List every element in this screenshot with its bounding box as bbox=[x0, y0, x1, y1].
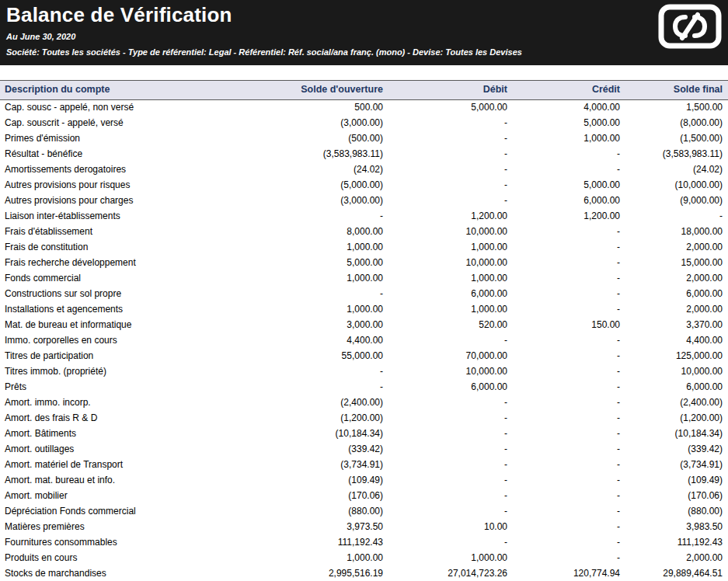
cell-opening-balance: 3,000.00 bbox=[280, 318, 388, 333]
cell-description: Amort. outillages bbox=[0, 442, 280, 457]
cell-final-balance: (3,734.91) bbox=[625, 457, 728, 473]
cell-final-balance: 111,192.43 bbox=[625, 535, 728, 551]
cell-final-balance: (109.49) bbox=[625, 473, 728, 489]
cell-opening-balance: (24.02) bbox=[280, 162, 388, 178]
cell-opening-balance: 1,000.00 bbox=[280, 240, 388, 256]
cell-debit: 70,000.00 bbox=[388, 349, 513, 364]
cell-description: Fournitures consommables bbox=[0, 535, 280, 551]
cell-credit: 6,000.00 bbox=[513, 193, 625, 209]
cell-opening-balance: (3,734.91) bbox=[280, 457, 388, 473]
cell-credit: - bbox=[513, 271, 625, 287]
cell-description: Mat. de bureau et informatique bbox=[0, 318, 280, 333]
cell-description: Cap. sousc - appelé, non versé bbox=[0, 100, 280, 117]
table-row: Amort. des frais R & D(1,200.00)--(1,200… bbox=[0, 411, 728, 426]
table-row: Fournitures consommables111,192.43--111,… bbox=[0, 535, 728, 551]
table-row: Primes d'émission(500.00)-1,000.00(1,500… bbox=[0, 131, 728, 147]
cell-opening-balance: 1,000.00 bbox=[280, 271, 388, 287]
cell-description: Prêts bbox=[0, 380, 280, 395]
cell-final-balance: 6,000.00 bbox=[625, 287, 728, 302]
cell-debit: - bbox=[388, 178, 513, 193]
cell-final-balance: (1,200.00) bbox=[625, 411, 728, 426]
cell-description: Frais de constitution bbox=[0, 240, 280, 256]
cell-opening-balance: 5,000.00 bbox=[280, 256, 388, 271]
cell-debit: 1,000.00 bbox=[388, 302, 513, 318]
cell-opening-balance: (10,184.34) bbox=[280, 426, 388, 442]
cell-debit: - bbox=[388, 116, 513, 131]
cell-debit: 10.00 bbox=[388, 520, 513, 535]
cell-credit: - bbox=[513, 551, 625, 566]
cell-debit: - bbox=[388, 426, 513, 442]
cell-credit: - bbox=[513, 457, 625, 473]
cell-final-balance: - bbox=[625, 209, 728, 224]
column-header-description: Description du compte bbox=[0, 81, 280, 100]
table-row: Titres immob. (propriété)-10,000.00-10,0… bbox=[0, 364, 728, 380]
cell-description: Produits en cours bbox=[0, 551, 280, 566]
cell-description: Immo. corporelles en cours bbox=[0, 333, 280, 349]
cell-opening-balance: (500.00) bbox=[280, 131, 388, 147]
cell-opening-balance: 500.00 bbox=[280, 100, 388, 117]
column-header-debit: Débit bbox=[388, 81, 513, 100]
table-row: Amort. outillages(339.42)--(339.42) bbox=[0, 442, 728, 457]
cell-debit: 1,200.00 bbox=[388, 209, 513, 224]
cell-credit: - bbox=[513, 364, 625, 380]
cell-description: Primes d'émission bbox=[0, 131, 280, 147]
cell-credit: - bbox=[513, 256, 625, 271]
cell-opening-balance: (3,000.00) bbox=[280, 116, 388, 131]
cell-credit: 5,000.00 bbox=[513, 116, 625, 131]
cell-debit: 10,000.00 bbox=[388, 364, 513, 380]
cell-final-balance: (10,184.34) bbox=[625, 426, 728, 442]
cell-description: Frais d'établissement bbox=[0, 224, 280, 240]
cell-description: Amort. mobilier bbox=[0, 489, 280, 504]
cell-opening-balance: (5,000.00) bbox=[280, 178, 388, 193]
cell-final-balance: 2,000.00 bbox=[625, 240, 728, 256]
cell-opening-balance: 4,400.00 bbox=[280, 333, 388, 349]
trial-balance-table: Description du compteSolde d'ouvertureDé… bbox=[0, 80, 728, 581]
cell-opening-balance: 111,192.43 bbox=[280, 535, 388, 551]
report-body: Description du compteSolde d'ouvertureDé… bbox=[0, 80, 728, 581]
cell-debit: - bbox=[388, 489, 513, 504]
cell-final-balance: (8,000.00) bbox=[625, 116, 728, 131]
cell-credit: - bbox=[513, 473, 625, 489]
cell-debit: - bbox=[388, 162, 513, 178]
cell-description: Titres immob. (propriété) bbox=[0, 364, 280, 380]
cell-final-balance: (3,583,983.11) bbox=[625, 147, 728, 162]
cell-credit: 120,774.94 bbox=[513, 566, 625, 581]
report-filter-summary: Société: Toutes les sociétés - Type de r… bbox=[6, 47, 719, 57]
cell-debit: 520.00 bbox=[388, 318, 513, 333]
page-title: Balance de Vérification bbox=[6, 4, 719, 27]
cell-debit: 1,000.00 bbox=[388, 240, 513, 256]
table-row: Amort. Bâtiments(10,184.34)--(10,184.34) bbox=[0, 426, 728, 442]
cell-opening-balance: (1,200.00) bbox=[280, 411, 388, 426]
cell-credit: - bbox=[513, 349, 625, 364]
cell-final-balance: 3,370.00 bbox=[625, 318, 728, 333]
cell-description: Amort. Bâtiments bbox=[0, 426, 280, 442]
cell-opening-balance: 55,000.00 bbox=[280, 349, 388, 364]
cell-debit: 10,000.00 bbox=[388, 224, 513, 240]
table-row: Titres de participation55,000.0070,000.0… bbox=[0, 349, 728, 364]
cell-description: Fonds commercial bbox=[0, 271, 280, 287]
cell-final-balance: 2,000.00 bbox=[625, 302, 728, 318]
cell-final-balance: (24.02) bbox=[625, 162, 728, 178]
cell-debit: 27,014,723.26 bbox=[388, 566, 513, 581]
cell-description: Résultat - bénéfice bbox=[0, 147, 280, 162]
table-row: Cap. sousc - appelé, non versé500.005,00… bbox=[0, 100, 728, 117]
table-row: Installations et agencements1,000.001,00… bbox=[0, 302, 728, 318]
cell-debit: - bbox=[388, 411, 513, 426]
cell-final-balance: 125,000.00 bbox=[625, 349, 728, 364]
cell-opening-balance: - bbox=[280, 380, 388, 395]
cell-final-balance: 6,000.00 bbox=[625, 380, 728, 395]
cell-debit: - bbox=[388, 442, 513, 457]
cell-final-balance: (880.00) bbox=[625, 504, 728, 520]
table-row: Frais recherche développement5,000.0010,… bbox=[0, 256, 728, 271]
table-row: Dépréciation Fonds commercial(880.00)--(… bbox=[0, 504, 728, 520]
cell-final-balance: (339.42) bbox=[625, 442, 728, 457]
table-row: Résultat - bénéfice(3,583,983.11)--(3,58… bbox=[0, 147, 728, 162]
cell-description: Autres provisions pour risques bbox=[0, 178, 280, 193]
cell-final-balance: 10,000.00 bbox=[625, 364, 728, 380]
table-row: Frais d'établissement8,000.0010,000.00-1… bbox=[0, 224, 728, 240]
cell-credit: - bbox=[513, 162, 625, 178]
cell-opening-balance: 8,000.00 bbox=[280, 224, 388, 240]
table-row: Autres provisions pour risques(5,000.00)… bbox=[0, 178, 728, 193]
cell-credit: 1,200.00 bbox=[513, 209, 625, 224]
cell-description: Frais recherche développement bbox=[0, 256, 280, 271]
